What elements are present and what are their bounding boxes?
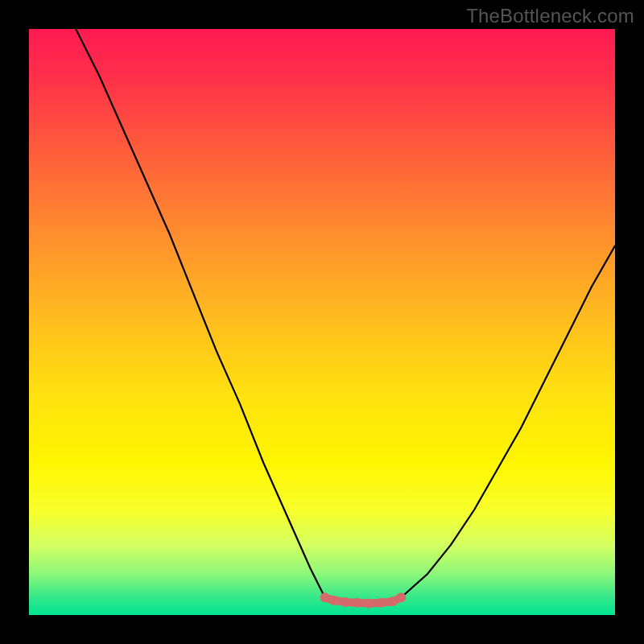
highlight-dot [353, 598, 362, 608]
chart-plot-area [29, 29, 615, 615]
highlight-dot [320, 592, 330, 602]
highlight-dot [396, 592, 406, 602]
highlight-dot [387, 597, 397, 606]
highlight-dot [376, 598, 386, 608]
highlight-dot [364, 598, 374, 608]
curve-left [76, 29, 324, 597]
highlight-dot [329, 596, 339, 605]
chart-svg [29, 29, 615, 615]
chart-frame: TheBottleneck.com [0, 0, 644, 644]
watermark-text: TheBottleneck.com [466, 5, 634, 27]
curve-right [401, 246, 615, 597]
highlight-dot [341, 597, 350, 607]
